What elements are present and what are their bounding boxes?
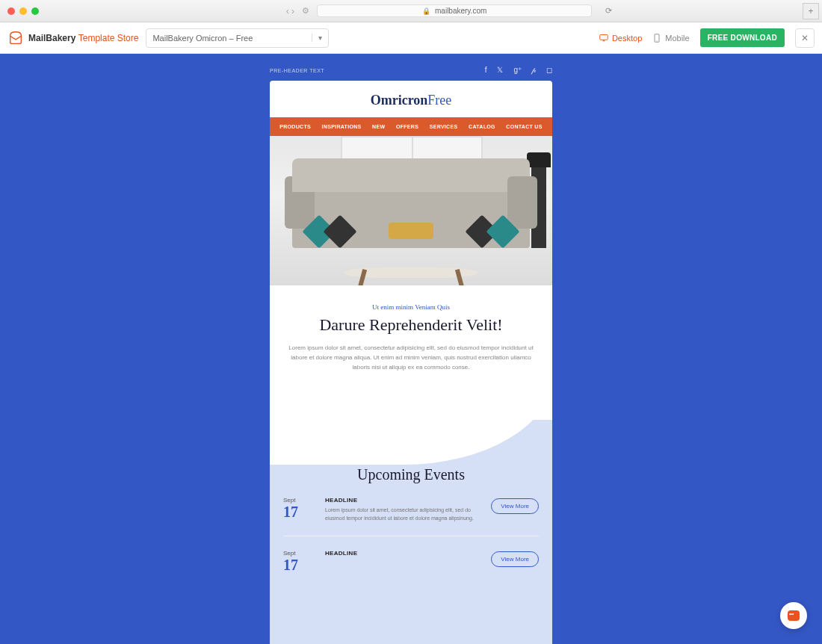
event-headline: HEADLINE — [325, 550, 480, 557]
nav-products[interactable]: PRODUCTS — [279, 124, 311, 129]
event-view-more-button[interactable]: View More — [491, 551, 539, 567]
hero-title: Darure Reprehenderit Velit! — [283, 315, 539, 335]
events-title: Upcoming Events — [283, 466, 539, 483]
chat-icon — [788, 610, 800, 621]
hero-eyebrow: Ut enim minim Veniam Quis — [283, 303, 539, 311]
event-month: Sept — [283, 550, 315, 557]
brand-text: MailBakery Template Store — [28, 33, 138, 43]
traffic-lights — [7, 7, 39, 15]
nav-inspirations[interactable]: INSPIRATIONS — [322, 124, 362, 129]
events-section: Upcoming Events Sept 17 HEADLINE Lorem i… — [270, 420, 552, 644]
email-preview: PRE-HEADER TEXT f 𝕏 g⁺ 𝓅 ◻ OmricronFree … — [270, 61, 552, 644]
event-day: 17 — [283, 557, 315, 574]
event-view-more-button[interactable]: View More — [491, 498, 539, 514]
hero-image — [270, 136, 552, 285]
pinterest-icon[interactable]: 𝓅 — [532, 66, 536, 75]
nav-new[interactable]: NEW — [372, 124, 385, 129]
event-row: Sept 17 HEADLINE View More — [283, 550, 539, 587]
event-day: 17 — [283, 504, 315, 521]
nav-offers[interactable]: OFFERS — [396, 124, 418, 129]
app-toolbar: MailBakery Template Store MailBakery Omi… — [0, 22, 822, 54]
window-close-icon[interactable] — [7, 7, 15, 15]
event-headline: HEADLINE — [325, 497, 480, 504]
facebook-icon[interactable]: f — [485, 66, 487, 75]
brand-logo[interactable]: MailBakery Template Store — [7, 30, 138, 46]
svg-rect-0 — [600, 34, 608, 40]
address-bar[interactable]: 🔒 mailbakery.com — [317, 4, 592, 17]
googleplus-icon[interactable]: g⁺ — [513, 66, 522, 75]
select-value: MailBakery Omicron – Free — [152, 34, 253, 43]
hero-body: Lorem ipsum dolor sit amet, consectetur … — [283, 344, 539, 372]
desktop-view-button[interactable]: Desktop — [599, 34, 642, 43]
event-month: Sept — [283, 497, 315, 504]
mobile-icon — [652, 34, 661, 43]
email-logo: OmricronFree — [270, 81, 552, 117]
instagram-icon[interactable]: ◻ — [546, 66, 552, 75]
twitter-icon[interactable]: 𝕏 — [497, 66, 503, 75]
preview-stage: PRE-HEADER TEXT f 𝕏 g⁺ 𝓅 ◻ OmricronFree … — [0, 54, 822, 644]
mobile-view-button[interactable]: Mobile — [652, 34, 689, 43]
nav-back-forward-icon[interactable]: ‹ › — [286, 6, 294, 16]
desktop-icon — [599, 34, 608, 43]
chat-fab-button[interactable] — [780, 602, 807, 629]
lock-icon: 🔒 — [422, 7, 430, 15]
free-download-button[interactable]: FREE DOWNLOAD — [700, 28, 785, 47]
event-row: Sept 17 HEADLINE Lorem ipsum dolor sit a… — [283, 497, 539, 536]
new-tab-button[interactable]: + — [803, 3, 819, 19]
url-text: mailbakery.com — [435, 7, 486, 15]
page-settings-icon[interactable]: ⚙ — [302, 6, 309, 16]
window-minimize-icon[interactable] — [19, 7, 27, 15]
template-select[interactable]: MailBakery Omicron – Free ▾ — [146, 28, 329, 48]
window-zoom-icon[interactable] — [31, 7, 39, 15]
nav-catalog[interactable]: CATALOG — [469, 124, 495, 129]
event-desc: Lorem ipsum dolor sit amet, consectetur … — [325, 507, 480, 522]
preheader-text: PRE-HEADER TEXT — [270, 68, 324, 73]
mailbakery-logo-icon — [7, 30, 24, 46]
nav-services[interactable]: SERVICES — [430, 124, 458, 129]
reload-icon[interactable]: ⟳ — [605, 6, 612, 16]
browser-chrome: ‹ › ⚙ 🔒 mailbakery.com ⟳ + — [0, 0, 822, 22]
svg-point-2 — [657, 40, 658, 41]
nav-contact[interactable]: CONTACT US — [506, 124, 542, 129]
chevron-down-icon: ▾ — [312, 34, 322, 42]
close-preview-button[interactable]: ✕ — [795, 28, 815, 48]
social-links: f 𝕏 g⁺ 𝓅 ◻ — [485, 66, 552, 75]
email-nav: PRODUCTS INSPIRATIONS NEW OFFERS SERVICE… — [270, 117, 552, 136]
